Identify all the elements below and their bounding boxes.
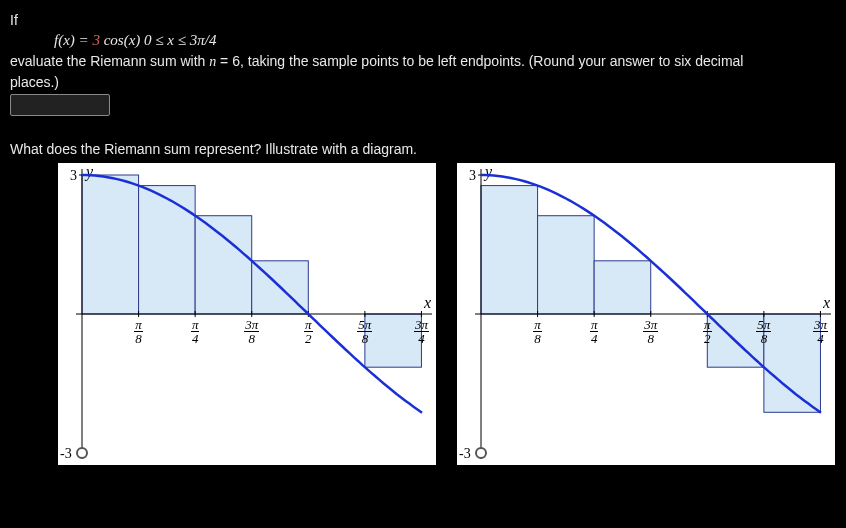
radio-marker[interactable] (476, 448, 486, 458)
riemann-bar (139, 186, 196, 314)
riemann-bar (82, 175, 139, 314)
chart-right: 3 -3 y x π8π43π8π25π83π4 (457, 163, 836, 465)
fx-lhs: f(x) = (54, 32, 92, 48)
answer-row (10, 94, 836, 119)
instruction-line-2: places.) (10, 74, 836, 90)
y-axis-label: y (483, 163, 493, 181)
fx-rhs: cos(x) 0 ≤ x ≤ 3π/4 (100, 32, 216, 48)
fx-coef: 3 (92, 32, 100, 48)
y-tick-min: -3 (459, 446, 471, 461)
y-tick-max: 3 (70, 168, 77, 183)
x-axis-label: x (423, 294, 431, 311)
y-tick-max: 3 (469, 168, 476, 183)
chart-row: 3 -3 y x π8π43π8π25π83π4 3 -3 y x π8π43π… (10, 163, 836, 465)
riemann-bar (594, 261, 651, 314)
riemann-bar (481, 186, 538, 314)
function-def: f(x) = 3 cos(x) 0 ≤ x ≤ 3π/4 (10, 32, 836, 49)
question-2: What does the Riemann sum represent? Ill… (10, 141, 836, 157)
radio-marker[interactable] (77, 448, 87, 458)
instruction-line-1: evaluate the Riemann sum with n = 6, tak… (10, 53, 836, 70)
riemann-chart: 3 -3 y x π8π43π8π25π83π4 (58, 163, 436, 465)
y-axis-label: y (84, 163, 94, 181)
chart-left: 3 -3 y x π8π43π8π25π83π4 (58, 163, 437, 465)
x-axis-label: x (822, 294, 830, 311)
answer-input[interactable] (10, 94, 110, 116)
lead-text: If (10, 12, 836, 28)
riemann-bar (538, 216, 595, 314)
riemann-bar (195, 216, 252, 314)
instr-b: = 6, taking the sample points to be left… (216, 53, 743, 69)
instr-a: evaluate the Riemann sum with (10, 53, 209, 69)
y-tick-min: -3 (60, 446, 72, 461)
riemann-chart: 3 -3 y x π8π43π8π25π83π4 (457, 163, 835, 465)
